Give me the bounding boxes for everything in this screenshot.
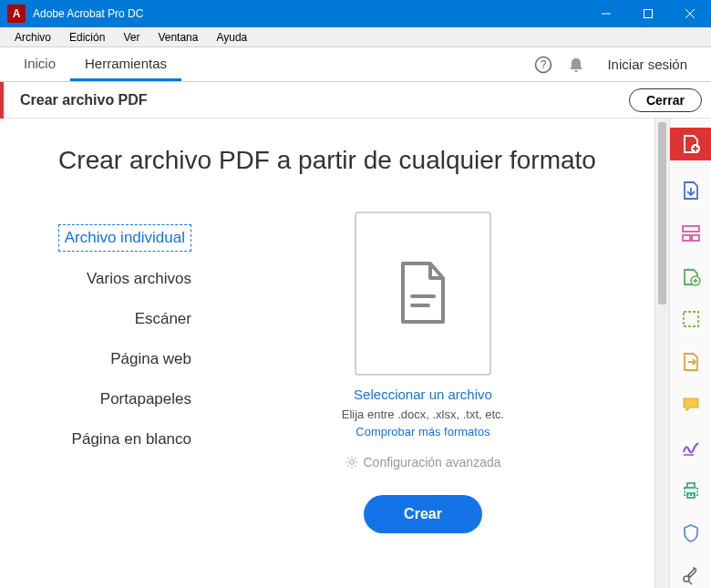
source-type-nav: Archivo individual Varios archivos Escán… xyxy=(36,211,191,533)
rail-combine-icon[interactable] xyxy=(670,264,712,289)
file-types-hint: Elija entre .docx, .xlsx, .txt, etc. xyxy=(342,407,504,421)
menu-ayuda[interactable]: Ayuda xyxy=(207,29,256,46)
tools-rail xyxy=(669,119,711,588)
help-icon[interactable]: ? xyxy=(527,47,560,81)
rail-comment-icon[interactable] xyxy=(670,392,712,417)
main-content: Crear archivo PDF a partir de cualquier … xyxy=(0,119,654,588)
active-tool-indicator xyxy=(0,82,4,119)
svg-rect-22 xyxy=(692,235,699,241)
sign-in-link[interactable]: Iniciar sesión xyxy=(592,47,702,81)
create-button[interactable]: Crear xyxy=(364,495,482,533)
rail-protect-icon[interactable] xyxy=(670,521,712,545)
rail-create-pdf-icon[interactable] xyxy=(670,128,712,160)
nav-single-file[interactable]: Archivo individual xyxy=(58,224,191,252)
svg-rect-26 xyxy=(684,312,698,326)
vertical-scrollbar[interactable] xyxy=(654,119,669,588)
close-window-button[interactable] xyxy=(669,0,711,27)
rail-export-icon[interactable] xyxy=(670,350,712,375)
close-tool-button[interactable]: Cerrar xyxy=(629,88,702,112)
scrollbar-thumb[interactable] xyxy=(658,122,666,304)
nav-clipboard[interactable]: Portapapeles xyxy=(36,379,191,419)
nav-blank-page[interactable]: Página en blanco xyxy=(36,419,191,459)
check-formats-link[interactable]: Comprobar más formatos xyxy=(356,425,489,438)
svg-rect-1 xyxy=(644,10,653,18)
rail-export-pdf-icon[interactable] xyxy=(670,179,712,203)
svg-rect-21 xyxy=(683,235,690,241)
file-dropzone[interactable] xyxy=(355,211,491,376)
svg-line-16 xyxy=(347,465,348,466)
svg-line-13 xyxy=(347,458,348,459)
rail-sign-icon[interactable] xyxy=(670,435,712,459)
title-bar: A Adobe Acrobat Pro DC xyxy=(0,0,711,27)
menu-ventana[interactable]: Ventana xyxy=(149,29,207,46)
svg-text:?: ? xyxy=(541,58,547,71)
page-heading: Crear archivo PDF a partir de cualquier … xyxy=(36,146,618,175)
select-file-link[interactable]: Seleccionar un archivo xyxy=(354,387,492,402)
svg-rect-29 xyxy=(687,483,695,488)
svg-line-32 xyxy=(688,581,692,584)
rail-organize-icon[interactable] xyxy=(670,222,712,246)
nav-webpage[interactable]: Página web xyxy=(36,339,191,379)
maximize-button[interactable] xyxy=(627,0,669,27)
svg-point-8 xyxy=(349,460,354,465)
tool-bar: Crear archivo PDF Cerrar xyxy=(0,82,711,119)
gear-icon xyxy=(345,456,358,469)
svg-line-14 xyxy=(355,465,356,466)
menu-bar: Archivo Edición Ver Ventana Ayuda xyxy=(0,27,711,47)
minimize-button[interactable] xyxy=(585,0,627,27)
nav-scanner[interactable]: Escáner xyxy=(36,299,191,339)
tab-herramientas[interactable]: Herramientas xyxy=(70,47,181,81)
menu-edicion[interactable]: Edición xyxy=(60,29,114,46)
window-controls xyxy=(585,0,711,27)
advanced-settings-label: Configuración avanzada xyxy=(364,455,501,469)
menu-archivo[interactable]: Archivo xyxy=(5,29,60,46)
tab-bar: Inicio Herramientas ? Iniciar sesión xyxy=(0,47,711,82)
rail-more-tools-icon[interactable] xyxy=(670,563,712,588)
tab-inicio[interactable]: Inicio xyxy=(9,47,70,81)
advanced-settings: Configuración avanzada xyxy=(345,455,501,469)
bell-icon[interactable] xyxy=(560,47,592,81)
tool-title: Crear archivo PDF xyxy=(20,92,629,108)
app-icon: A xyxy=(7,5,26,23)
menu-ver[interactable]: Ver xyxy=(114,29,149,46)
svg-rect-20 xyxy=(683,226,699,232)
svg-line-15 xyxy=(355,458,356,459)
body-area: Crear archivo PDF a partir de cualquier … xyxy=(0,119,711,588)
nav-multiple-files[interactable]: Varios archivos xyxy=(36,259,191,299)
center-panel: Seleccionar un archivo Elija entre .docx… xyxy=(228,211,618,533)
document-icon xyxy=(397,262,448,325)
rail-edit-icon[interactable] xyxy=(670,307,712,332)
rail-print-icon[interactable] xyxy=(670,478,712,502)
window-title: Adobe Acrobat Pro DC xyxy=(33,7,585,20)
